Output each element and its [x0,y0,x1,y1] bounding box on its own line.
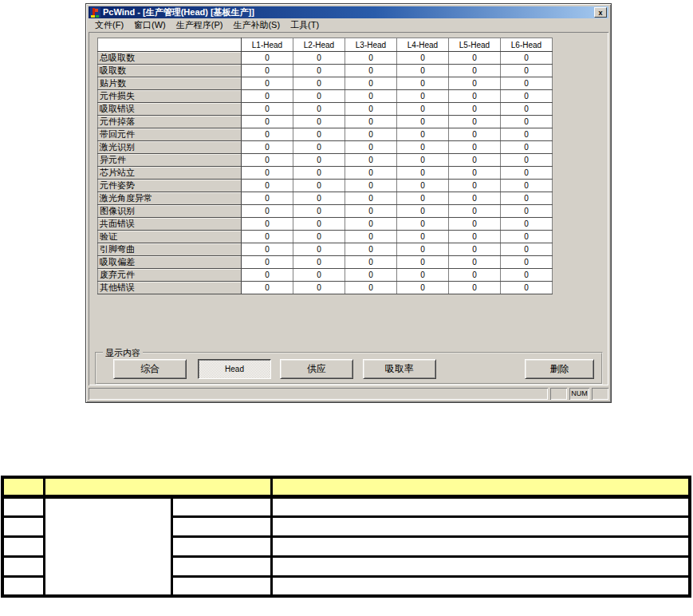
display-button-1[interactable]: 综合 [113,359,187,379]
table-row: 贴片数000000 [98,77,553,90]
value-cell: 0 [397,192,449,205]
value-cell: 0 [345,65,397,77]
value-cell: 0 [397,65,449,77]
value-cell: 0 [242,282,293,294]
row-label: 废弃元件 [98,269,242,282]
value-cell: 0 [397,269,449,282]
row-label: 共面错误 [98,218,242,231]
annotation-cell [171,536,271,556]
table-row: 芯片站立000000 [98,167,553,180]
value-cell: 0 [397,90,449,103]
value-cell: 0 [345,154,397,167]
row-label: 其他错误 [98,282,242,294]
display-button-3[interactable]: 供应 [280,359,353,379]
row-label: 引脚弯曲 [98,243,242,256]
value-cell: 0 [293,231,345,243]
groupbox-label: 显示内容 [103,347,143,358]
value-cell: 0 [501,90,553,103]
value-cell: 0 [501,180,553,192]
row-label: 带回元件 [98,128,242,141]
annotation-merged-cell [44,496,171,596]
value-cell: 0 [397,218,449,231]
table-row: 元件姿势000000 [98,180,553,192]
row-label: 激光角度异常 [98,192,242,205]
value-cell: 0 [293,205,345,218]
value-cell: 0 [345,128,397,141]
value-cell: 0 [501,243,553,256]
value-cell: 0 [501,231,553,243]
value-cell: 0 [293,282,345,294]
value-cell: 0 [501,154,553,167]
value-cell: 0 [449,243,501,256]
row-label: 验证 [98,231,242,243]
head-stats-table: L1-HeadL2-HeadL3-HeadL4-HeadL5-HeadL6-He… [97,38,553,294]
table-row: 异元件000000 [98,154,553,167]
value-cell: 0 [449,52,501,65]
value-cell: 0 [242,180,293,192]
value-cell: 0 [242,218,293,231]
value-cell: 0 [449,192,501,205]
menu-bar: 文件(F)窗口(W)生产程序(P)生产补助(S)工具(T) [89,18,608,32]
value-cell: 0 [242,167,293,180]
table-row: 引脚弯曲000000 [98,243,553,256]
annotation-cell [171,576,271,596]
display-button-2[interactable]: Head [198,359,271,379]
table-row: 其他错误000000 [98,282,553,294]
value-cell: 0 [242,256,293,269]
table-row: 吸取数000000 [98,65,553,77]
value-cell: 0 [293,65,345,77]
delete-button[interactable]: 删除 [525,359,594,379]
value-cell: 0 [397,154,449,167]
annotation-cell [171,496,271,516]
column-header: L2-Head [293,38,345,52]
value-cell: 0 [501,218,553,231]
table-row: 激光角度异常000000 [98,192,553,205]
table-row: 图像识别000000 [98,205,553,218]
value-cell: 0 [449,128,501,141]
menu-item-4[interactable]: 生产补助(S) [229,18,284,32]
row-label: 元件损失 [98,90,242,103]
value-cell: 0 [397,282,449,294]
annotation-cell [2,496,44,516]
menu-item-2[interactable]: 窗口(W) [130,18,170,32]
value-cell: 0 [242,52,293,65]
row-label: 图像识别 [98,205,242,218]
title-bar[interactable]: PcWind - [生产管理(Head) [基板生产]] x [89,6,608,18]
column-header: L6-Head [501,38,553,52]
value-cell: 0 [449,65,501,77]
value-cell: 0 [293,90,345,103]
annotation-cell [271,536,690,556]
menu-item-1[interactable]: 文件(F) [91,18,128,32]
value-cell: 0 [397,77,449,90]
value-cell: 0 [293,141,345,154]
menu-item-3[interactable]: 生产程序(P) [172,18,227,32]
value-cell: 0 [449,180,501,192]
table-row: 元件掉落000000 [98,116,553,128]
value-cell: 0 [345,52,397,65]
annotation-header-cell-3 [271,477,690,496]
value-cell: 0 [501,103,553,116]
value-cell: 0 [501,77,553,90]
annotation-header-cell-1 [2,477,44,496]
row-label: 吸取偏差 [98,256,242,269]
num-lock-indicator: NUM [569,388,589,400]
value-cell: 0 [449,231,501,243]
close-button[interactable]: x [594,7,607,18]
value-cell: 0 [242,65,293,77]
value-cell: 0 [501,52,553,65]
annotation-cell [171,516,271,536]
row-label: 芯片站立 [98,167,242,180]
value-cell: 0 [345,103,397,116]
value-cell: 0 [345,180,397,192]
value-cell: 0 [293,243,345,256]
value-cell: 0 [242,116,293,128]
value-cell: 0 [293,192,345,205]
menu-item-5[interactable]: 工具(T) [286,18,323,32]
value-cell: 0 [242,141,293,154]
status-message-panel [89,388,548,400]
value-cell: 0 [293,103,345,116]
display-button-4[interactable]: 吸取率 [363,359,436,379]
value-cell: 0 [293,269,345,282]
table-row: 总吸取数000000 [98,52,553,65]
table-row: 共面错误000000 [98,218,553,231]
